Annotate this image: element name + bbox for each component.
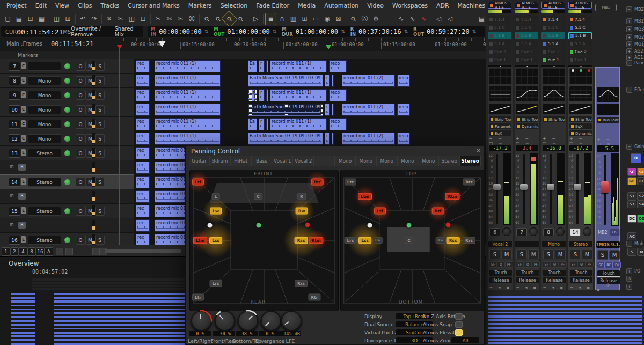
track-solo-button[interactable]: S	[95, 62, 105, 71]
panner-tab-bdrum[interactable]: Bdrum	[210, 156, 231, 166]
speaker-chip-ltr[interactable]: Ltr	[345, 179, 356, 186]
overview-clip-stripe[interactable]	[11, 339, 35, 341]
touch-button[interactable]: Touch	[597, 270, 620, 277]
strip-mini-sf[interactable]: SF	[543, 261, 551, 268]
collapse-icon[interactable]: −	[626, 144, 632, 150]
speaker-chip-c[interactable]: C	[254, 193, 262, 200]
close-icon[interactable]: ✕	[477, 148, 481, 153]
menu-tracks[interactable]: Tracks	[97, 1, 124, 11]
expand-icon[interactable]: +	[626, 48, 632, 54]
menu-project[interactable]: Project	[2, 1, 31, 11]
pan-source-dot[interactable]	[305, 223, 310, 227]
audio-clip[interactable]: rec	[136, 162, 150, 174]
menu-selection[interactable]: Selection	[216, 1, 252, 11]
knob-value[interactable]: 0 %	[259, 331, 281, 336]
bus-header[interactable]: ATMOS 9.1.6	[515, 2, 538, 9]
track-header-13[interactable]: 13LStereoOMS	[0, 146, 134, 160]
link-clips-icon[interactable]: ◫	[51, 13, 62, 25]
track-header-9[interactable]: 9CMonoOMS	[0, 88, 134, 102]
expand-icon[interactable]: ⊞	[10, 222, 14, 227]
record-arm-dot[interactable]	[64, 92, 70, 98]
audio-clip[interactable]: Earth Moon Sun 03-19-09+03-09-(	[248, 104, 323, 116]
zoom-preset-8[interactable]: 8	[27, 247, 36, 256]
level-curve-display[interactable]	[597, 104, 619, 115]
overview-clip-stripe[interactable]	[54, 324, 185, 326]
audio-clip[interactable]: rec	[136, 75, 150, 87]
audio-clip[interactable]: rec	[136, 205, 150, 217]
speaker-chip-l[interactable]: L	[212, 193, 220, 200]
playhead-marker[interactable]	[117, 45, 122, 49]
plugin-slot[interactable]: Strip Tools	[543, 116, 565, 122]
track-output-button[interactable]: O	[76, 91, 85, 100]
record-arm-dot[interactable]	[64, 107, 70, 113]
expand-icon[interactable]: ⊞	[10, 164, 14, 170]
current-timecode[interactable]: 00:11:54:21	[17, 28, 63, 36]
bus-side-item-panning[interactable]: −Panning	[626, 60, 644, 66]
stepper-icon[interactable]: ⇅	[204, 29, 209, 34]
overview-clip-stripe[interactable]	[11, 324, 35, 326]
field-timecode[interactable]: 01:00:00:00	[227, 28, 269, 35]
strip-number[interactable]: 14	[570, 228, 581, 236]
selection-handle[interactable]	[284, 104, 288, 108]
panner-tab-stereo[interactable]: Stereo	[460, 156, 481, 166]
track-number[interactable]: 11	[9, 120, 20, 129]
pan-source-dot[interactable]	[446, 223, 451, 227]
audio-clip[interactable]: record mic 011 (2)	[342, 133, 395, 145]
pan-source-dot[interactable]	[208, 223, 213, 228]
media-manager-icon[interactable]: ⊠	[333, 13, 344, 25]
pan-pad[interactable]	[569, 68, 592, 84]
field-timecode[interactable]: 00:59:27:20	[427, 28, 469, 35]
insert-tools-row[interactable]: + − □ ≡	[489, 138, 511, 144]
side-button-o[interactable]: O	[631, 153, 641, 163]
bus-row-5.1-C[interactable]: 5.1 C	[541, 24, 565, 31]
bus-row-7.1.4[interactable]: 7.1.4	[541, 16, 565, 23]
copy-icon[interactable]: ◫	[126, 13, 137, 25]
group-box-label[interactable]: MB1	[595, 4, 617, 11]
side-misc-+[interactable]: +	[626, 284, 632, 290]
menu-automation[interactable]: Automation	[320, 1, 363, 11]
settings-gear-icon[interactable]: ⚙	[370, 13, 382, 25]
bus-row-5.1-B[interactable]: 5.1 B	[568, 32, 592, 39]
eq-curve-display[interactable]	[543, 86, 565, 101]
track-name[interactable]: Stereo	[28, 149, 61, 158]
strip-bottom-tools[interactable]: − ◂ ▪	[543, 284, 565, 290]
import-project-icon[interactable]: ⊡	[25, 13, 36, 25]
zoom-preset-A[interactable]: A	[45, 247, 53, 256]
track-number[interactable]: 15	[9, 207, 20, 216]
expand-icon[interactable]: +	[626, 34, 632, 40]
audio-clip[interactable]: rec	[136, 190, 150, 203]
record-arm-dot[interactable]	[64, 78, 70, 84]
bus-row-Cue-2[interactable]: Cue 2	[568, 48, 592, 55]
speaker-chip-rrs[interactable]: Rrs	[295, 280, 308, 287]
solo-button[interactable]: S	[570, 249, 581, 259]
side-button-s4[interactable]: S4	[637, 200, 644, 208]
menu-fade-editor[interactable]: Fade Editor	[252, 1, 294, 11]
audio-clip[interactable]: rec	[136, 133, 150, 145]
zoom-out-icon[interactable]: ⚲	[232, 10, 249, 27]
bus-row-5.1-B[interactable]: 5.1 B	[541, 32, 565, 39]
record-arm-dot[interactable]	[64, 136, 70, 142]
undo-icon[interactable]: ↶	[77, 13, 89, 25]
track-header-8[interactable]: 8CMonoOMS	[0, 74, 134, 88]
track-solo-button[interactable]: S	[95, 134, 105, 143]
bus-row-7.1.4[interactable]: 7.1.4	[515, 16, 538, 23]
touch-button[interactable]: Touch	[489, 269, 513, 276]
overview-clip-stripe[interactable]	[54, 328, 185, 330]
edit-mode[interactable]: Overwrite / Remove	[71, 26, 114, 38]
bus-row-cue-1[interactable]: cue 1	[541, 56, 565, 63]
insert-tools-row[interactable]: + − □ ≡	[516, 138, 538, 144]
audio-clip[interactable]	[266, 89, 268, 101]
zoom-preset-4[interactable]: 4	[19, 247, 27, 256]
plugin-slot[interactable]: Dynamics	[516, 123, 538, 129]
strip-mini-sf[interactable]: SF	[569, 261, 577, 268]
bus-header[interactable]: ATMOS 9.1.6	[541, 2, 565, 9]
bus-side-item-ag2[interactable]: +AG2	[626, 48, 643, 54]
auto-ripple-icon[interactable]: ⌘	[186, 13, 197, 25]
stepper-icon[interactable]: ⇅	[273, 29, 277, 34]
markers-row[interactable]: Markers	[0, 51, 503, 60]
record-arm-dot[interactable]	[64, 121, 70, 127]
selection-handle[interactable]	[254, 94, 257, 98]
side-button-fl[interactable]: FL	[637, 177, 644, 185]
menu-video[interactable]: Video	[363, 1, 388, 11]
strip-knob[interactable]	[529, 227, 538, 236]
